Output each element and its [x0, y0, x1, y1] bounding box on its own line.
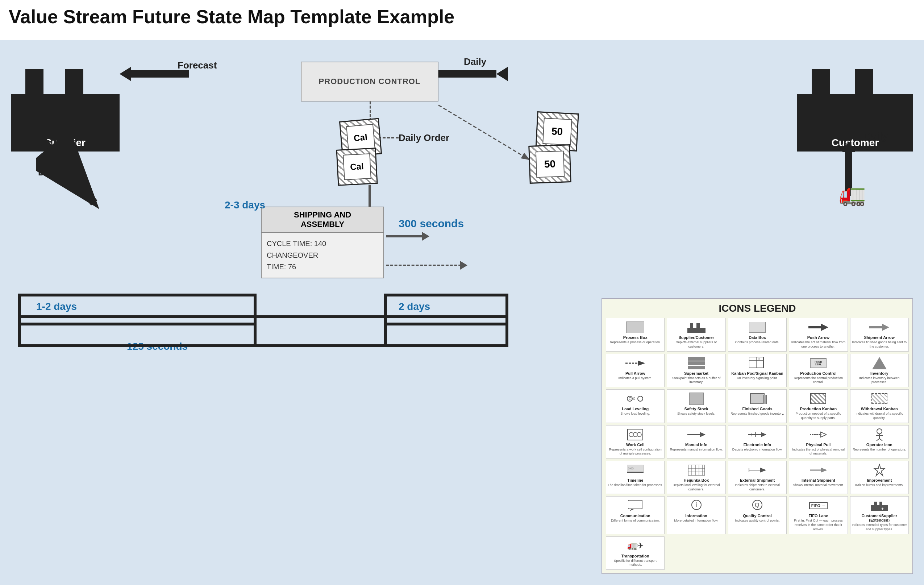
- svg-point-24: [638, 396, 643, 401]
- legend-item-safety-stock: Safety Stock Shows safety stock levels.: [667, 389, 726, 423]
- production-control-box: PRODUCTION CONTROL: [301, 62, 439, 101]
- svg-marker-6: [687, 323, 706, 333]
- shipping-assembly-content: CYCLE TIME: 140 CHANGEOVER TIME: 76: [262, 233, 383, 278]
- legend-item-supplier: Supplier/Customer Depicts external suppl…: [667, 318, 726, 351]
- svg-marker-63: [871, 502, 888, 511]
- legend-item-withdrawal-kanban: Withdrawal Kanban Indicates withdrawal o…: [850, 389, 909, 423]
- svg-line-3: [43, 141, 94, 203]
- legend-item-customer-supplier-ext: + Customer/Supplier (Extended) Indicates…: [850, 496, 909, 534]
- svg-rect-45: [688, 465, 705, 476]
- daily-top-right-label: Daily: [464, 56, 486, 68]
- tl-v-1: [254, 315, 257, 326]
- svg-line-40: [876, 439, 879, 441]
- customer-factory: Customer: [797, 55, 913, 152]
- svg-rect-57: [628, 500, 642, 509]
- svg-point-37: [877, 429, 882, 434]
- legend-item-electronic-info: Electronic Info Depicts electronic infor…: [728, 425, 787, 458]
- legend-item-fifo: FIFO → FIFO Lane First In, First Out — e…: [789, 496, 848, 534]
- supplier-factory: Supplier: [11, 55, 120, 152]
- svg-rect-7: [808, 326, 821, 328]
- svg-point-27: [633, 432, 637, 437]
- legend-item-load-leveling: O X Load Leveling Shows load leveling.: [606, 389, 665, 423]
- legend-item-quality-control: Q Quality Control Indicates quality cont…: [728, 496, 787, 534]
- legend-item-process-box: Process Box Represents a process or oper…: [606, 318, 665, 351]
- svg-text:S: S: [758, 357, 760, 361]
- legend-item-kanban-pod: S Kanban Pod/Signal Kanban An inventory …: [728, 354, 787, 387]
- timeline-bottom-drop-1: [18, 315, 21, 347]
- legend-item-pull-arrow: Pull Arrow Indicates a pull system.: [606, 354, 665, 387]
- legend-item-manual-info: Manual Info Represents manual informatio…: [667, 425, 726, 458]
- dashed-arrow-to-right: [460, 261, 467, 270]
- svg-text:X: X: [633, 397, 635, 401]
- days-2-label: 2 days: [399, 301, 430, 312]
- forecast-arrow: [120, 67, 189, 81]
- legend-item-communication: Communication Different forms of communi…: [606, 496, 665, 534]
- svg-marker-8: [821, 324, 828, 331]
- seconds-300-label: 300 seconds: [399, 218, 464, 230]
- legend-item-work-cell: Work Cell Represents a work cell configu…: [606, 425, 665, 458]
- daily-top-right-arrow: [439, 67, 508, 81]
- svg-point-26: [629, 432, 634, 437]
- timeline-bottom-raised-2: [384, 322, 507, 326]
- legend-item-shipment-arrow: Shipment Arrow Indicates finished goods …: [850, 318, 909, 351]
- legend-grid: Process Box Represents a process or oper…: [606, 318, 909, 570]
- svg-point-28: [637, 432, 641, 437]
- main-diagram-area: Supplier Customer PRODUCTION CONTROL For…: [0, 40, 924, 585]
- kanban-50-lower: 50: [528, 144, 571, 184]
- legend-item-data-box: Data Box Contains process-related data.: [728, 318, 787, 351]
- customer-label: Customer: [797, 134, 913, 152]
- svg-rect-9: [869, 326, 882, 328]
- shipping-assembly-title: SHIPPING ANDASSEMBLY: [262, 207, 383, 233]
- svg-text:Q: Q: [755, 502, 759, 508]
- svg-marker-1: [797, 69, 913, 134]
- svg-marker-0: [11, 69, 120, 134]
- svg-marker-30: [700, 432, 706, 437]
- svg-text:+: +: [881, 506, 884, 511]
- svg-marker-56: [821, 468, 827, 473]
- timeline-bottom-bar: [18, 344, 507, 347]
- production-control-label: PRODUCTION CONTROL: [319, 77, 421, 86]
- legend-item-finished-goods: Finished Goods Represents finished goods…: [728, 389, 787, 423]
- legend-item-external-shipment: External Shipment Indicates shipments to…: [728, 461, 787, 494]
- timeline-top-bar: [18, 315, 507, 318]
- dashed-arrow-right: [435, 101, 543, 175]
- legend-item-operator: Operator Icon Represents the number of o…: [850, 425, 909, 458]
- page-title: Value Stream Future State Map Template E…: [0, 0, 924, 30]
- timeline-bottom-raised-1: [18, 322, 256, 326]
- svg-text:i: i: [695, 502, 697, 508]
- svg-rect-14: [688, 361, 705, 365]
- svg-line-5: [439, 105, 529, 159]
- svg-rect-15: [688, 366, 705, 369]
- legend-item-physical-pull: Physical Pull Indicates the act of physi…: [789, 425, 848, 458]
- legend-item-production-kanban: Production Kanban Production needed of a…: [789, 389, 848, 423]
- legend-item-information: i Information More detailed information …: [667, 496, 726, 534]
- days-23-label: 2-3 days: [224, 199, 265, 211]
- transport-icon: 🚛: [839, 181, 866, 207]
- svg-marker-36: [821, 432, 827, 437]
- svg-line-41: [879, 439, 882, 441]
- shipping-assembly-box: SHIPPING ANDASSEMBLY CYCLE TIME: 140 CHA…: [261, 207, 384, 278]
- tl-v-2: [505, 315, 508, 326]
- legend-item-supermarket: Supermarket Stockpoint that acts as a bu…: [667, 354, 726, 387]
- push-arrow-right: [386, 232, 429, 241]
- timeline-raised-2: [384, 294, 507, 296]
- kanban-cal-2: Cal: [336, 147, 378, 186]
- legend-item-push-arrow: Push Arrow Indicates the act of material…: [789, 318, 848, 351]
- timeline-bottom-drop-3: [384, 315, 387, 347]
- svg-marker-32: [761, 432, 766, 437]
- legend-item-improvement: Improvement Kaizen bursts and improvemen…: [850, 461, 909, 494]
- dashed-line-to-right: [386, 264, 465, 266]
- svg-rect-13: [688, 357, 705, 361]
- daily-bottom-right-label: Daily: [863, 131, 888, 142]
- svg-text:0:00: 0:00: [628, 467, 634, 470]
- legend-item-production-control: PRODCTRL Production Control Represents t…: [789, 354, 848, 387]
- svg-text:O: O: [629, 397, 632, 401]
- timeline-raised-1: [18, 294, 256, 296]
- svg-marker-12: [638, 361, 645, 366]
- svg-marker-20: [872, 357, 887, 369]
- legend-item-internal-shipment: Internal Shipment Shows internal materia…: [789, 461, 848, 494]
- svg-rect-25: [628, 429, 643, 440]
- legend-item-timeline: 0:00 Timeline The timeline/time taken fo…: [606, 461, 665, 494]
- svg-marker-10: [882, 324, 889, 331]
- legend-item-heijunka: Heijunka Box Depicts load leveling for e…: [667, 461, 726, 494]
